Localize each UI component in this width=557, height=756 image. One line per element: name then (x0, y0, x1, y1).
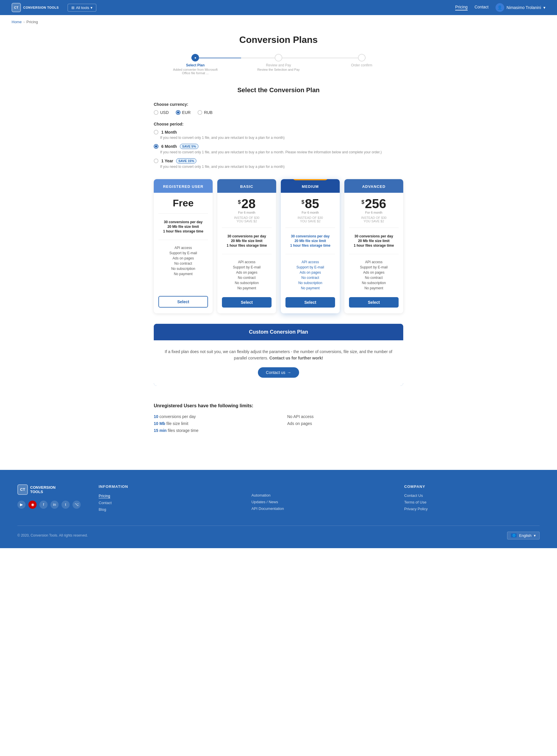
plan-medium-instead: INSTEAD OF $30 (281, 216, 340, 219)
unreg-storage-text: files storage time (168, 428, 199, 433)
plan-registered-h3: 1 hour files storage time (158, 229, 208, 233)
unreg-section: Unregistered Users have the following li… (154, 403, 403, 435)
all-tools-button[interactable]: ⊞ All tools ▾ (67, 4, 97, 11)
currency-eur[interactable]: EUR (176, 110, 191, 115)
header: CT CONVERSION TOOLS ⊞ All tools ▾ Pricin… (0, 0, 557, 15)
plan-registered-select-button[interactable]: Select (158, 296, 208, 308)
footer-logo-icon: CT (18, 484, 28, 495)
currency-rub[interactable]: RUB (198, 110, 213, 115)
radio-1month-circle[interactable] (154, 130, 158, 134)
social-facebook-icon[interactable]: f (39, 501, 48, 509)
language-selector[interactable]: 🌐 English ▾ (507, 532, 539, 539)
plan-basic-title: BASIC (240, 184, 253, 189)
footer-link-terms[interactable]: Terms of Use (404, 500, 539, 504)
footer-info2-col: Automation Updates / News API Documentat… (252, 484, 387, 514)
unreg-filesize-text: file size limit (167, 421, 188, 426)
contact-us-button[interactable]: Contact us → (258, 367, 299, 378)
social-github-icon[interactable]: ⌥ (72, 501, 81, 509)
plan-advanced-amount: 256 (365, 197, 386, 210)
plan-advanced: ADVANCED $ 256 For 6 month INSTEAD OF $3… (344, 179, 403, 313)
plan-basic-h3: 1 hour files storage time (222, 244, 271, 248)
footer-link-updates[interactable]: Updates / News (252, 500, 387, 504)
plan-advanced-divider2 (349, 254, 399, 254)
plan-advanced-title: ADVANCED (362, 184, 385, 189)
footer-link-contact[interactable]: Contact (99, 501, 234, 505)
plan-basic-f4: No contract (222, 276, 271, 280)
plan-medium-f6: No payment (286, 286, 335, 290)
plan-registered-header: REGISTERED USER (154, 179, 213, 193)
footer-info-title: INFORMATION (99, 484, 234, 489)
footer-link-privacy[interactable]: Privacy Policy (404, 507, 539, 511)
footer-company-title: COMPANY (404, 484, 539, 489)
social-youtube-icon[interactable]: ▶ (18, 501, 26, 509)
step-1-dot: ● (192, 54, 199, 61)
unreg-conversions-text: conversions per day (159, 414, 196, 419)
step-2-sublabel: Review the Selection and Pay (257, 68, 300, 71)
plan-medium-f3: Ads on pages (286, 271, 335, 275)
plan-medium-select-button[interactable]: Select (286, 297, 335, 308)
contact-btn-label: Contact us (266, 370, 286, 375)
footer-link-contactus[interactable]: Contact Us (404, 493, 539, 498)
unreg-col-access: No API access Ads on pages (287, 414, 403, 435)
period-1year-row: 1 Year SAVE 15% (154, 158, 403, 163)
plan-basic-highlights: 30 conversions per day 20 Mb file size l… (217, 231, 276, 251)
plan-advanced-save: YOU SAVE $2 (344, 219, 403, 223)
plan-advanced-f1: API access (349, 260, 399, 264)
plan-registered-price-area: Free (154, 193, 213, 211)
period-6month-desc: If you need to convert only 1 file, and … (154, 150, 403, 154)
plan-advanced-select-button[interactable]: Select (349, 297, 399, 308)
plan-basic-h2: 20 Mb file size limit (222, 239, 271, 243)
footer-bottom: © 2020, Conversion Tools. All rights res… (18, 526, 539, 539)
radio-6month-circle[interactable] (154, 144, 158, 149)
currency-group: Choose currency: USD EUR RUB (154, 102, 403, 115)
nav-contact[interactable]: Contact (475, 5, 489, 10)
social-linkedin-icon[interactable]: in (51, 501, 59, 509)
footer-link-pricing[interactable]: Pricing (99, 494, 110, 498)
social-youtube2-icon[interactable]: ◉ (28, 501, 36, 509)
unreg-col-limits: 10 conversions per day 10 Mb file size l… (154, 414, 270, 435)
plan-medium-select-area: Select (281, 293, 340, 313)
lang-chevron-icon: ▾ (534, 533, 536, 538)
chevron-down-icon: ▾ (90, 5, 92, 10)
plan-registered-h1: 30 conversions per day (158, 220, 208, 224)
plan-registered-f5: No subscription (158, 267, 208, 271)
social-twitter-icon[interactable]: t (61, 501, 69, 509)
breadcrumb: Home › Pricing (0, 15, 557, 29)
plan-basic-price-area: $ 28 For 6 month (217, 193, 276, 216)
currency-usd[interactable]: USD (154, 110, 169, 115)
footer-link-automation[interactable]: Automation (252, 493, 387, 497)
arrow-right-icon: → (287, 370, 291, 375)
custom-plan-desc: If a fixed plan does not suit you, we ca… (163, 348, 394, 361)
unreg-storage-num: 15 min (154, 428, 167, 433)
plan-advanced-f4: No contract (349, 276, 399, 280)
grid-icon: ⊞ (71, 5, 75, 10)
radio-1year-circle[interactable] (154, 159, 158, 163)
radio-eur-circle (176, 110, 180, 115)
plan-registered-highlights: 30 conversions per day 20 Mb file size l… (154, 217, 213, 237)
plan-registered-price: Free (158, 197, 208, 209)
breadcrumb-home[interactable]: Home (11, 20, 22, 24)
plan-advanced-f5: No subscription (349, 281, 399, 285)
nav-pricing[interactable]: Pricing (455, 5, 468, 10)
custom-plan-box: Custom Conersion Plan If a fixed plan do… (154, 324, 403, 386)
plan-registered-title: REGISTERED USER (163, 184, 203, 189)
plan-advanced-h3: 1 hour files storage time (349, 244, 399, 248)
footer-logo: CT CONVERSIONTOOLS (18, 484, 81, 495)
step-2-label: Review and Pay (266, 63, 291, 67)
custom-plan-desc-bold: Contact us for further work! (269, 356, 323, 360)
footer-link-blog[interactable]: Blog (99, 507, 234, 512)
user-menu[interactable]: 👤 Nimasimo Trolanini ▾ (496, 3, 546, 12)
plan-basic-divider2 (222, 254, 271, 254)
footer-copyright: © 2020, Conversion Tools. All rights res… (18, 533, 88, 537)
unreg-conversions-num: 10 (154, 414, 158, 419)
unreg-title: Unregistered Users have the following li… (154, 403, 403, 408)
plan-basic-select-button[interactable]: Select (222, 297, 271, 308)
plan-registered-f3: Ads on pages (158, 256, 208, 260)
footer-link-api[interactable]: API Documentation (252, 506, 387, 511)
plan-medium-h3: 1 hour files storage time (286, 244, 335, 248)
plan-advanced-features: API access Support by E-mail Ads on page… (344, 257, 403, 293)
plan-basic-f1: API access (222, 260, 271, 264)
plan-advanced-h2: 20 Mb file size limit (349, 239, 399, 243)
user-chevron-icon: ▾ (544, 5, 546, 10)
unreg-grid: 10 conversions per day 10 Mb file size l… (154, 414, 403, 435)
